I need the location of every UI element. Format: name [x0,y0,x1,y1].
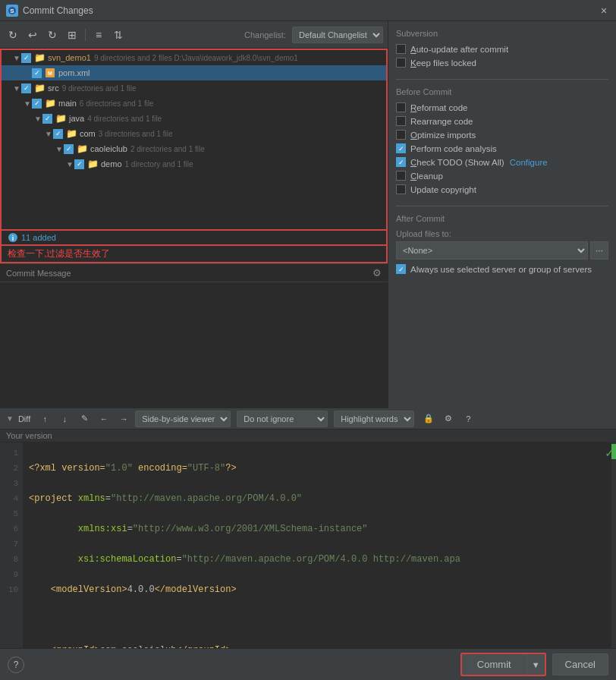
checkbox-auto-update[interactable]: Auto-update after commit [396,44,608,54]
filter-message: 检查一下,过滤是否生效了 [0,246,388,263]
divider-2 [396,206,608,206]
chinese-message: 检查一下,过滤是否生效了 [2,245,116,262]
tree-item-svn-demo1[interactable]: ▼ 📁 svn_demo1 9 directories and 2 files … [2,50,386,65]
highlight-select[interactable]: Highlight words Highlight chars [334,411,414,427]
cb-label-always-use: Always use selected server or group of s… [410,265,592,274]
tree-checkbox-demo[interactable] [74,159,84,169]
tree-item-src[interactable]: ▼ 📁 src 9 directories and 1 file [2,80,386,96]
checkbox-keep-files[interactable]: Keep files locked [396,58,608,68]
code-line-2: <project xmlns="http://maven.apache.org/… [29,491,610,506]
commit-message-input[interactable] [0,282,388,408]
diff-title: Diff [18,414,30,423]
tree-info-demo: 1 directory and 1 file [125,160,193,168]
redo-button[interactable]: ↻ [44,27,61,43]
changelist-select[interactable]: Default Changelist [292,27,383,43]
lock-icon[interactable]: 🔒 [420,411,437,427]
ignore-select[interactable]: Do not ignore Ignore whitespace [237,411,328,427]
cb-keep-files[interactable] [396,58,406,68]
help-diff-icon[interactable]: ? [460,411,476,427]
cb-label-perform-analysis: Perform code analysis [410,144,497,153]
scrollbar-track [611,442,616,680]
cb-cleanup[interactable] [396,171,406,181]
cancel-button[interactable]: Cancel [552,653,608,675]
tree-item-com[interactable]: ▼ 📁 com 3 directories and 1 file [2,126,386,141]
diff-up-btn[interactable]: ↑ [36,411,53,427]
svg-text:M: M [48,71,52,76]
cb-auto-update[interactable] [396,44,406,54]
cb-rearrange[interactable] [396,116,406,126]
checkbox-always-use[interactable]: Always use selected server or group of s… [396,264,608,274]
commit-message-options[interactable]: ⚙ [372,267,382,279]
diff-collapse-arrow[interactable]: ▼ [6,414,14,423]
cb-check-todo[interactable] [396,157,406,167]
tree-item-demo[interactable]: ▼ 📁 demo 1 directory and 1 file [2,156,386,172]
cb-label-update-copyright: Update copyright [410,185,476,194]
main-toolbar: ↻ ↩ ↻ ⊞ ≡ ⇅ Changelist: Default Changeli… [0,21,388,49]
undo-button[interactable]: ↩ [24,27,41,43]
cb-update-copyright[interactable] [396,184,406,194]
tree-item-java[interactable]: ▼ 📁 java 4 directories and 1 file [2,111,386,126]
divider-1 [396,79,608,80]
svg-text:i: i [12,235,14,242]
cb-optimize[interactable] [396,130,406,140]
checkbox-optimize[interactable]: Optimize imports [396,130,608,140]
tree-checkbox-main[interactable] [32,99,42,109]
diff-prev-btn[interactable]: ← [96,411,112,427]
cb-reformat[interactable] [396,102,406,112]
tree-arrow-com: ▼ [44,129,53,138]
commit-button[interactable]: Commit [462,654,527,675]
diff-down-btn[interactable]: ↓ [56,411,73,427]
cb-always-use[interactable] [396,264,406,274]
tree-checkbox-src[interactable] [21,83,31,93]
tree-arrow: ▼ [12,53,21,62]
move-button[interactable]: ⊞ [64,27,80,43]
checkbox-rearrange[interactable]: Rearrange code [396,116,608,126]
upload-select[interactable]: <None> [396,241,588,260]
viewer-select[interactable]: Side-by-side viewer Unified viewer [135,411,231,427]
tree-item-main[interactable]: ▼ 📁 main 6 directories and 1 file [2,96,386,111]
app-icon: S [6,5,18,17]
tree-name-caoleiclub: caoleiclub [90,144,127,153]
status-bar: i 11 added [0,231,388,246]
checkbox-check-todo[interactable]: Check TODO (Show All) Configure [396,157,608,167]
settings-icon[interactable]: ⚙ [440,411,457,427]
checkbox-cleanup[interactable]: Cleanup [396,171,608,181]
tree-name-main: main [58,99,77,108]
commit-message-section: Commit Message ⚙ [0,263,388,408]
tree-checkbox-java[interactable] [42,114,52,124]
configure-link[interactable]: Configure [510,158,548,167]
code-content: <?xml version="1.0" encoding="UTF-8"?> <… [23,442,616,680]
folder-icon-com: 📁 [65,128,77,140]
pom-file-icon: M [44,67,56,79]
diff-header: ▼ Diff ↑ ↓ ✎ ← → Side-by-side viewer Uni… [0,408,616,430]
tree-item-caoleiclub[interactable]: ▼ 📁 caoleiclub 2 directories and 1 file [2,141,386,156]
commit-dropdown-btn[interactable]: ▼ [527,654,545,675]
tree-checkbox-caoleiclub[interactable] [64,144,74,154]
diff-edit-btn[interactable]: ✎ [76,411,93,427]
tree-checkbox-com[interactable] [53,129,63,139]
scrollbar-thumb [611,444,616,459]
close-button[interactable]: × [598,5,610,17]
folder-icon-src: 📁 [33,82,46,94]
refresh-button[interactable]: ↻ [5,27,21,43]
cb-perform-analysis[interactable] [396,143,406,153]
checkbox-perform-analysis[interactable]: Perform code analysis [396,143,608,153]
tree-name-svn-demo1: svn_demo1 [48,53,91,62]
upload-more-button[interactable]: ··· [590,241,608,260]
bottom-bar: ? Commit ▼ Cancel [0,648,616,680]
help-button[interactable]: ? [8,656,24,673]
tree-item-pom-xml[interactable]: M pom.xml [2,65,386,80]
diff-next-btn[interactable]: → [115,411,132,427]
code-line-4: xsi:schemaLocation="http://maven.apache.… [29,552,610,567]
cb-label-reformat: Reformat code [410,103,467,112]
right-panel: Subversion Auto-update after commit Keep… [388,21,616,408]
tree-checkbox-svn-demo1[interactable] [21,53,31,63]
checkbox-reformat[interactable]: Reformat code [396,102,608,112]
tree-checkbox-pom-xml[interactable] [32,68,42,78]
svg-text:S: S [10,8,14,14]
sort-button[interactable]: ≡ [90,27,107,43]
tree-name-src: src [48,83,59,93]
expand-button[interactable]: ⇅ [110,27,127,43]
checkbox-update-copyright[interactable]: Update copyright [396,184,608,194]
file-tree: ▼ 📁 svn_demo1 9 directories and 2 files … [0,49,388,231]
